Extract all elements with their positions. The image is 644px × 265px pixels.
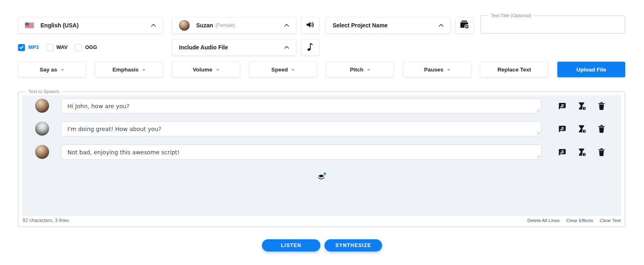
- tts-app: English (USA) Suzan (Female) Select Proj…: [0, 0, 644, 265]
- volume-button[interactable]: Volume: [172, 62, 240, 77]
- character-count: 92 characters, 3 lines: [22, 218, 69, 223]
- upload-file-button[interactable]: Upload File: [557, 62, 625, 77]
- output-format-group: MP3 WAV OGG: [18, 39, 97, 56]
- trash-icon[interactable]: [597, 101, 606, 111]
- voice-avatar: [179, 20, 190, 31]
- line-text-wrap: Hi John, how are you?: [61, 98, 541, 114]
- format-wav-label: WAV: [56, 45, 68, 50]
- say-as-label: Say as: [40, 67, 57, 73]
- box-plus-icon: [460, 20, 470, 31]
- script-line-3: Not bad, enjoying this awesome script!: [22, 145, 621, 160]
- line-2-actions: [557, 121, 606, 136]
- caret-down-icon: [367, 69, 370, 71]
- create-project-button[interactable]: [456, 17, 474, 33]
- line-3-textarea[interactable]: Not bad, enjoying this awesome script!: [62, 145, 541, 159]
- layers-plus-icon: [316, 172, 327, 181]
- text-to-speech-editor: Text to Speech Hi John, how are you?: [18, 91, 625, 227]
- editor-legend: Text to Speech: [26, 89, 62, 95]
- format-ogg-checkbox[interactable]: OGG: [75, 44, 97, 51]
- comment-music-icon[interactable]: [557, 147, 567, 157]
- pauses-label: Pauses: [424, 67, 443, 73]
- checkbox-unchecked: [75, 44, 82, 51]
- add-line-button[interactable]: [315, 171, 328, 182]
- format-wav-checkbox[interactable]: WAV: [46, 44, 68, 51]
- pitch-button[interactable]: Pitch: [326, 62, 394, 77]
- line-3-actions: [557, 145, 606, 160]
- speed-label: Speed: [271, 67, 288, 73]
- line-text-wrap: Not bad, enjoying this awesome script!: [61, 145, 541, 160]
- checkmark-icon: [19, 46, 24, 49]
- volume-label: Volume: [193, 67, 212, 73]
- hourglass-clock-icon[interactable]: [577, 124, 587, 134]
- voice-name: Suzan: [196, 22, 213, 29]
- language-label: English (USA): [40, 22, 78, 29]
- chevron-up-icon: [284, 46, 289, 49]
- voice-preview-button[interactable]: [301, 17, 319, 33]
- checkbox-checked: [18, 44, 25, 51]
- emphasis-label: Emphasis: [112, 67, 139, 73]
- pitch-label: Pitch: [350, 67, 363, 73]
- format-mp3-label: MP3: [28, 45, 39, 50]
- caret-down-icon: [291, 69, 295, 71]
- emphasis-button[interactable]: Emphasis: [95, 62, 163, 77]
- caret-down-icon: [216, 69, 219, 71]
- line-1-actions: [557, 98, 606, 114]
- include-audio-dropdown[interactable]: Include Audio File: [172, 39, 296, 56]
- pauses-button[interactable]: Pauses: [403, 62, 471, 77]
- comment-music-icon[interactable]: [557, 101, 567, 111]
- replace-text-label: Replace Text: [497, 67, 531, 73]
- trash-icon[interactable]: [597, 124, 606, 134]
- comment-music-icon[interactable]: [557, 124, 567, 134]
- checkbox-unchecked: [46, 44, 53, 51]
- line-2-textarea[interactable]: I'm doing great! How about you?: [62, 122, 541, 136]
- usa-flag-icon: [25, 22, 34, 28]
- line-1-textarea[interactable]: Hi John, how are you?: [62, 99, 541, 113]
- speaker-avatar-john[interactable]: [35, 122, 49, 136]
- chevron-up-icon: [438, 24, 444, 27]
- say-as-button[interactable]: Say as: [18, 62, 86, 77]
- line-text-wrap: I'm doing great! How about you?: [61, 121, 541, 136]
- language-dropdown[interactable]: English (USA): [18, 17, 163, 33]
- hourglass-clock-icon[interactable]: [577, 147, 587, 157]
- voice-gender: (Female): [215, 22, 235, 28]
- chevron-up-icon: [284, 24, 289, 27]
- chevron-up-icon: [151, 24, 156, 27]
- trash-icon[interactable]: [597, 147, 606, 157]
- project-label: Select Project Name: [333, 22, 388, 29]
- speaker-icon: [306, 21, 315, 30]
- clear-effects-link[interactable]: Clear Effects: [566, 218, 593, 223]
- format-ogg-label: OGG: [85, 45, 97, 50]
- background-music-button[interactable]: [301, 39, 319, 56]
- project-dropdown[interactable]: Select Project Name: [326, 17, 451, 33]
- lines-panel: Hi John, how are you?: [22, 95, 621, 216]
- music-note-icon: [307, 42, 313, 53]
- delete-all-lines-link[interactable]: Delete All Lines: [528, 218, 560, 223]
- format-mp3-checkbox[interactable]: MP3: [18, 44, 39, 51]
- bottom-actions: LISTEN SYNTHESIZE: [0, 239, 644, 252]
- replace-text-button[interactable]: Replace Text: [480, 62, 548, 77]
- synthesize-button[interactable]: SYNTHESIZE: [324, 239, 382, 252]
- caret-down-icon: [61, 69, 64, 71]
- caret-down-icon: [142, 69, 145, 71]
- speaker-avatar-suzan[interactable]: [35, 145, 49, 159]
- upload-file-label: Upload File: [577, 67, 606, 73]
- text-title-fieldset: Text Title (Optional): [481, 16, 625, 33]
- text-title-input[interactable]: [484, 18, 622, 31]
- speaker-avatar-suzan[interactable]: [35, 99, 49, 113]
- editor-footer: 92 characters, 3 lines Delete All Lines …: [22, 217, 621, 224]
- script-line-1: Hi John, how are you?: [22, 98, 621, 114]
- caret-down-icon: [447, 69, 450, 71]
- script-line-2: I'm doing great! How about you?: [22, 121, 621, 136]
- effects-toolbar: Say as Emphasis Volume Speed Pitch Pause…: [18, 62, 625, 77]
- speed-button[interactable]: Speed: [249, 62, 317, 77]
- voice-dropdown[interactable]: Suzan (Female): [172, 17, 296, 33]
- clear-text-link[interactable]: Clear Text: [599, 218, 621, 223]
- listen-button[interactable]: LISTEN: [262, 239, 320, 252]
- hourglass-clock-icon[interactable]: [577, 101, 587, 111]
- editor-footer-links: Delete All Lines Clear Effects Clear Tex…: [528, 218, 621, 223]
- include-audio-label: Include Audio File: [179, 44, 228, 51]
